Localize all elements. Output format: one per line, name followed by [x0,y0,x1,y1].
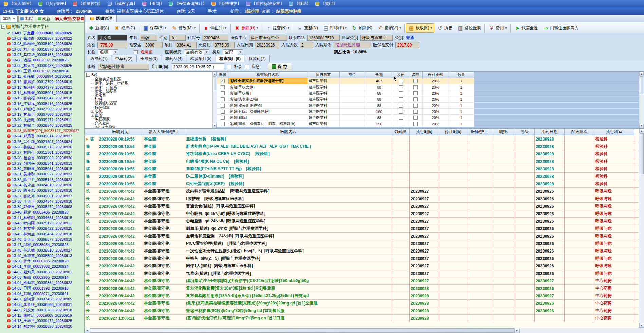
patient-list-item[interactable]: 14-06_武瑞_00002071_20230921 [0,291,84,296]
exam-fever-cell[interactable] [393,96,408,102]
exam-multi-cell[interactable] [408,103,423,108]
toolbar-button-edit[interactable]: ✎修改(M)▾ [169,23,198,33]
toolbar-button-undo[interactable]: ↶撤消(Z)▾ [375,23,403,33]
tree-item[interactable]: +心脏 [86,109,217,113]
exam-select-cell[interactable] [217,115,228,121]
order-row[interactable]: 长20230926 09:44:42林金霞/张守艳一次性密闭无针正压接头(描述)… [85,247,644,255]
tab-7[interactable]: 抗菌药(7) [245,55,270,62]
scroll-up-icon[interactable]: ▲ [213,72,217,76]
patient-list-item[interactable]: 13-34_杨永生_00024610_20230926 [0,182,84,188]
order-row[interactable]: ►临20230928 09:19:56林金霞血细胞分析 [检验科]2023092… [85,135,644,143]
order-row[interactable]: 长20230926 09:44:42林金霞/张守艳心电监测 qd 24*小时 [… [85,218,644,225]
order-row[interactable]: 长20230926 09:44:42林金霞/张守艳测血压(描述) qd 24*次… [85,225,644,233]
patient-list-item[interactable]: 13-46_黄美美_00009877_20230919 [0,237,84,242]
patient-list-item[interactable]: 13-35_陈孝凤_00038934_20230918 [0,188,84,193]
tree-scrollbar[interactable]: ▲ ▼ [212,72,217,128]
scroll-thumb[interactable] [640,133,644,174]
exam-multi-cell[interactable] [408,109,423,114]
ward-group-node[interactable]: − 呼吸与危重症医学科 [0,23,84,30]
discharge-button[interactable]: 出院 [18,16,35,22]
fever-checkbox[interactable] [399,91,403,95]
patient-list-item[interactable]: 13-32_陈卫卫_00005148_20230922 [0,177,84,182]
patient-list-item[interactable]: 13-16_江财福_00038416_20230925 [0,101,84,106]
toolbar-button-cancel[interactable]: ✖取消(C) [112,23,137,33]
patient-list-item[interactable]: 13-14_林斯馨_00038001_20230915 [0,90,84,95]
patient-list-item[interactable]: 14-14_郑碧明_00028528_20230920 [0,323,84,329]
patient-list-item[interactable]: 13-08_诸振_00002697_20230826 [0,57,84,63]
patient-list-item[interactable]: 13-23_陈革蕃[CP]_00038127_20230927 [0,128,84,133]
fever-checkbox[interactable] [399,104,403,108]
exam-checkbox[interactable] [221,85,225,89]
order-row[interactable]: 长20230927 13:06:21林金霞/张守艳(基)瑞舒伐他汀钙片(可定)[… [85,315,644,322]
multi-checkbox[interactable] [413,97,418,101]
multi-checkbox[interactable] [413,91,418,95]
patient-list-item[interactable]: ✔13-01_丁文霞_00038602_20230926 [0,30,84,36]
toolbar-button-template[interactable]: ▦模板(K)▾ [406,23,434,33]
patient-list-item[interactable]: 13-17_郑聪纪_00027909_20230918 [0,106,84,112]
scroll-thumb[interactable] [90,328,514,333]
tree-item[interactable]: 特殊检查 [86,105,217,109]
patient-list-item[interactable]: 13-45_林炳生_00039434_20230918 [0,231,84,237]
patient-list-item[interactable]: 13-48_任志敏_00039610_20230927 [0,247,84,253]
order-row[interactable]: 长20230926 09:44:42林金霞/张守艳按内科护理常规(描述) [呼吸… [85,188,644,195]
fever-checkbox[interactable] [399,97,403,101]
order-row[interactable]: 长20230926 09:44:42林金霞/张守艳(集采)艾司奥美拉唑镁肠溶胶囊… [85,300,644,307]
orders-scrollbar[interactable]: ▲ ▼ [639,129,644,328]
patient-list-item[interactable]: 14-01_李健_00039562_20230924 [0,264,84,269]
category-select[interactable]: 全部 ▼ [223,49,243,55]
tree-item[interactable]: B超床旁检查 [86,125,217,128]
order-row[interactable]: 长20230926 09:44:42林金霞/张守艳PICC置管护理(描述) [呼… [85,240,644,247]
exam-multi-cell[interactable] [408,90,423,96]
patient-list-item[interactable]: 14-08_李长征_00036566_20230831 [0,302,84,307]
tree-item[interactable]: 消化系 [86,93,217,97]
toolbar-button-fee[interactable]: ¥费用▾ [486,23,509,33]
tab-6[interactable]: 检查项目(6) [216,55,244,62]
menu-item[interactable]: 【诊疗管理】 [36,0,71,7]
patient-list-item[interactable]: 13-37_张依冰_00039601_20230927 [0,193,84,199]
patient-list-item[interactable]: 13-39_郭爱玉_00038279_20230908 [0,204,84,209]
exam-multi-cell[interactable] [408,121,423,127]
scroll-left-icon[interactable]: ◀ [85,328,90,333]
patient-list-item[interactable]: 14-11_施祥治_00019005_20230919 [0,313,84,318]
order-row[interactable]: 长20230926 09:44:42林金霞/张守艳陪伴1人(描述) [呼吸与危重… [85,262,644,270]
exam-fever-cell[interactable] [393,90,408,96]
patient-list-item[interactable]: 13-06_刘广春_00016376_20230907 [0,47,84,52]
toolbar-button-path[interactable]: ▥路径医嘱 [455,23,483,33]
tab-4[interactable]: 非药品(4) [162,55,186,62]
exam-fever-cell[interactable] [393,121,408,127]
patient-list-item[interactable]: 14-05_卫国_00001992_20230918 [0,285,84,291]
patient-list-item[interactable]: 13-30_薛昭喜_00038061_20230915 [0,166,84,171]
scroll-up-icon[interactable]: ▲ [639,72,644,76]
order-row[interactable]: 长20230926 09:44:42林金霞/张守艳普瑞巴林胶囊(80粒)[50m… [85,307,644,315]
menu-item[interactable]: 【质量控制】 [71,0,105,7]
tab-1[interactable]: 西成药(1) [87,55,111,62]
menu-item[interactable]: 【质控标准设置】 [244,0,287,7]
exam-fever-cell[interactable] [393,115,408,121]
multi-checkbox[interactable] [413,116,418,120]
exam-row[interactable]: 彩超[浅表淋巴结]超声医学科8820%1 [217,96,644,103]
exam-multi-cell[interactable] [408,115,423,121]
exam-row[interactable]: 彩超[阴囊、双侧睾丸、附睾、精索静脉]超声医学科15620%1 [217,121,644,127]
order-row[interactable]: 临20230928 09:19:56林金霞肝功能检查(TP PA ALB TBI… [85,143,644,150]
save-exam-button[interactable]: 保 存 [268,63,291,70]
scroll-right-icon[interactable]: ▶ [514,328,520,333]
fever-checkbox[interactable] [399,79,403,83]
patient-list-item[interactable]: 13-10_王霖_00001897_20230904 [0,68,84,74]
patient-list-item[interactable]: 14-02_赵灿凤_00038380_20230901 [0,269,84,275]
menu-item[interactable]: 【窗口】 [313,0,339,7]
patient-list-item[interactable]: 13-22_林敏兰_00039540_20230925 [0,123,84,128]
patient-list-item[interactable]: 13-11_蔡伟敏_00002994_20230911 [0,74,84,79]
toolbar-button-submit[interactable]: ↑提交(B)▾ [263,23,292,33]
exam-select-cell[interactable] [217,90,228,96]
order-row[interactable]: 临20230928 09:19:56林金霞肾功能检查(Urea CREA UA … [85,150,644,158]
patient-list-item[interactable]: 13-38_庄美玉_00034347_20230918 [0,199,84,204]
patient-list-item[interactable]: 13-29_彭国兴_00038341_20230913 [0,161,84,166]
menu-item[interactable]: 【帮助】 [287,0,313,7]
order-row[interactable]: 临20230928 09:19:56林金霞电解质4项(K Na CL Ca) [… [85,158,644,165]
toolbar-button-stop[interactable]: ■停止(T)▾ [201,23,229,33]
exam-select-cell[interactable] [217,121,228,127]
exam-row[interactable]: ✓彩超全腹实质性脏器(男)[老干部]超声医学科46720%1 [217,78,644,84]
scroll-down-icon[interactable]: ▼ [639,323,644,328]
expand-icon[interactable]: + [91,110,94,113]
horizontal-scrollbar[interactable]: ◀ ▶ [85,328,644,333]
